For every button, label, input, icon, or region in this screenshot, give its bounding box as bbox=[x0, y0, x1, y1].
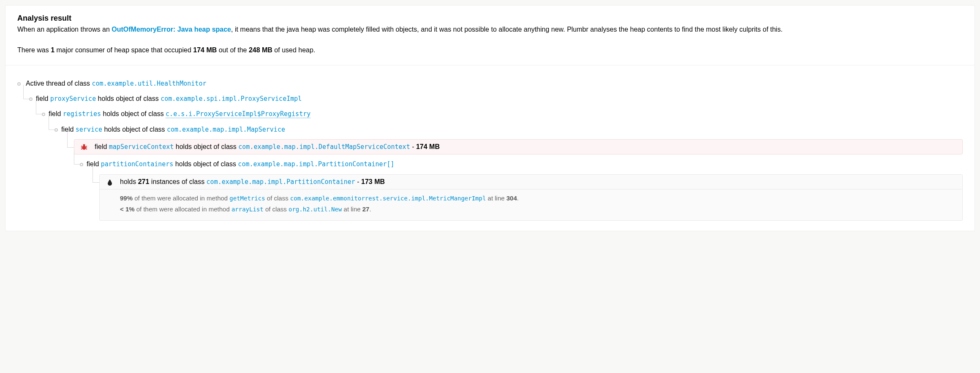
tree-connector-icon bbox=[74, 150, 82, 165]
node-indicator-icon bbox=[29, 97, 33, 101]
node-mid: holds object of class bbox=[173, 160, 238, 168]
node-mid: holds object of class bbox=[174, 143, 238, 150]
leaf-node: holds 271 instances of class com.example… bbox=[99, 174, 963, 221]
tree-node: field proxyService holds object of class… bbox=[23, 92, 963, 105]
node-indicator-icon bbox=[17, 82, 21, 86]
class-name[interactable]: com.example.map.impl.DefaultMapServiceCo… bbox=[238, 143, 410, 151]
summary-post: of used heap. bbox=[272, 46, 315, 54]
analysis-header: Analysis result When an application thro… bbox=[5, 5, 975, 65]
alloc-text: at line bbox=[486, 195, 506, 202]
node-indicator-icon bbox=[54, 128, 58, 132]
leaf-size: 173 MB bbox=[361, 178, 385, 185]
node-size: 174 MB bbox=[416, 143, 440, 150]
culprit-node: field mapServiceContext holds object of … bbox=[74, 139, 963, 154]
oom-error-link[interactable]: OutOfMemoryError: Java heap space bbox=[112, 26, 231, 33]
leaf-mid: instances of class bbox=[149, 178, 206, 185]
field-name[interactable]: proxyService bbox=[50, 95, 96, 103]
leaf-main-row: holds 271 instances of class com.example… bbox=[100, 175, 962, 189]
node-mid: holds object of class bbox=[101, 110, 166, 117]
analysis-panel: Analysis result When an application thro… bbox=[5, 5, 975, 231]
svg-point-1 bbox=[83, 144, 85, 146]
node-indicator-icon bbox=[80, 163, 83, 166]
field-name[interactable]: partitionContainers bbox=[101, 160, 174, 168]
tree-node: field registries holds object of class c… bbox=[36, 108, 963, 120]
class-name[interactable]: com.example.map.impl.MapService bbox=[167, 126, 285, 133]
alloc-line: 304 bbox=[506, 195, 517, 202]
summary-pre: There was bbox=[17, 46, 51, 54]
leaf-count: 271 bbox=[138, 178, 150, 185]
tree-root: Active thread of class com.example.util.… bbox=[17, 77, 963, 90]
field-name[interactable]: mapServiceContext bbox=[109, 143, 174, 151]
alloc-text: at line bbox=[342, 205, 362, 213]
node-indicator-icon bbox=[42, 113, 45, 116]
summary-mid1: major consumer of heap space that occupi… bbox=[54, 46, 193, 54]
summary-count: 1 bbox=[51, 46, 54, 54]
root-label: Active thread of class bbox=[26, 80, 92, 87]
summary-mid2: out of the bbox=[217, 46, 249, 54]
drop-icon bbox=[107, 179, 112, 187]
alloc-method[interactable]: getMetrics bbox=[229, 195, 265, 202]
alloc-text: of them were allocated in method bbox=[133, 195, 229, 202]
alloc-text: of them were allocated in method bbox=[135, 205, 231, 213]
allocation-details: 99% of them were allocated in method get… bbox=[100, 189, 962, 220]
intro-text-post: , it means that the java heap was comple… bbox=[231, 26, 783, 33]
analysis-description: When an application throws an OutOfMemor… bbox=[17, 24, 963, 56]
field-name[interactable]: service bbox=[76, 126, 102, 133]
alloc-class[interactable]: com.example.emmonitorrest.service.impl.M… bbox=[290, 195, 486, 202]
summary-size: 174 MB bbox=[193, 46, 217, 54]
node-mid: holds object of class bbox=[102, 126, 167, 133]
tree-connector-icon bbox=[67, 132, 74, 148]
class-name[interactable]: com.example.map.impl.PartitionContainer bbox=[207, 178, 355, 186]
alloc-pct: 99% bbox=[120, 195, 133, 202]
intro-text-pre: When an application throws an bbox=[17, 26, 112, 33]
class-name[interactable]: com.example.spi.impl.ProxyServiceImpl bbox=[161, 95, 302, 103]
summary-total: 248 MB bbox=[249, 46, 272, 54]
node-pre: field bbox=[95, 143, 109, 150]
tree-node: field partitionContainers holds object o… bbox=[74, 158, 963, 170]
reference-tree: Active thread of class com.example.util.… bbox=[5, 65, 975, 231]
alloc-line: 27 bbox=[362, 205, 370, 213]
alloc-method[interactable]: arrayList bbox=[231, 206, 264, 213]
field-name[interactable]: registries bbox=[63, 110, 101, 118]
alloc-class[interactable]: org.h2.util.New bbox=[289, 206, 342, 213]
class-name[interactable]: com.example.map.impl.PartitionContainer[… bbox=[238, 160, 394, 168]
tree-connector-icon bbox=[49, 116, 56, 130]
tree-connector-icon bbox=[93, 167, 99, 183]
tree-connector-icon bbox=[23, 85, 31, 99]
tree-connector-icon bbox=[36, 100, 44, 114]
class-name-abbrev[interactable]: c.e.s.i.ProxyServiceImpl$ProxyRegistry bbox=[166, 110, 310, 118]
root-class[interactable]: com.example.util.HealthMonitor bbox=[92, 80, 207, 87]
alloc-text: of class bbox=[265, 195, 290, 202]
leaf-pre: holds bbox=[120, 178, 138, 185]
alloc-text: of class bbox=[264, 205, 289, 213]
tree-node: field service holds object of class com.… bbox=[49, 123, 963, 136]
node-mid: holds object of class bbox=[96, 95, 161, 102]
analysis-title: Analysis result bbox=[17, 14, 963, 23]
alloc-pct: < 1% bbox=[120, 205, 135, 213]
